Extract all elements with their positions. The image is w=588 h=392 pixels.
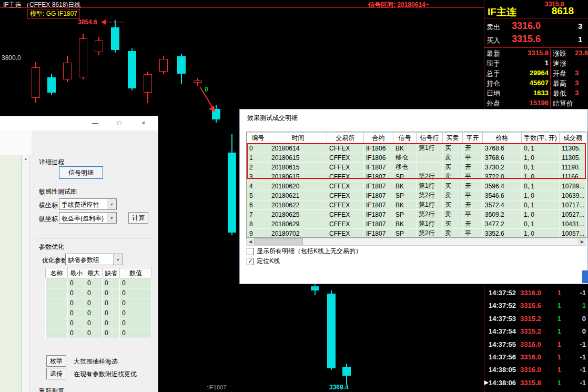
close-button[interactable]: ×: [139, 119, 148, 128]
ask-row[interactable]: 卖出 3316.0 3: [484, 20, 588, 33]
cell: 0, 1: [522, 219, 560, 229]
chevron-down-icon[interactable]: ▼: [107, 213, 116, 223]
optimize-param-label: 优化参数: [42, 256, 67, 265]
candle-body: [159, 59, 168, 72]
scroll-up-icon[interactable]: ▲: [22, 155, 29, 163]
cell: 3: [247, 172, 269, 182]
trade-row[interactable]: 120180615CFFEXIF1806移仓卖平3768.61, 011305.: [247, 153, 586, 163]
x-axis-select[interactable]: 手续费适应性 ▼: [59, 198, 117, 210]
cell: SP: [393, 172, 417, 182]
scroll-right-icon[interactable]: ▶: [578, 238, 586, 245]
checkbox-box[interactable]: [247, 248, 254, 255]
cell: CFFEX: [327, 182, 364, 191]
column-header[interactable]: 编号: [247, 133, 269, 144]
cell: 0: [120, 308, 152, 318]
param-row[interactable]: 0000: [46, 298, 152, 308]
cell: 10431...: [560, 219, 586, 229]
trade-row[interactable]: 020180614CFFEXIF1806BK第1行买开3768.60, 1113…: [247, 144, 586, 153]
param-group-select[interactable]: 缺省参数组 ▼: [65, 254, 123, 265]
tick-price: 3316.0: [520, 353, 541, 361]
column-header[interactable]: 手数(平, 开): [522, 133, 560, 144]
trade-row[interactable]: 920180702CFFEXIF1807SP第2行卖平3352.61, 0100…: [247, 229, 586, 238]
trade-row[interactable]: 520180621CFFEXIF1807SP第2行卖平3546.61, 0106…: [247, 191, 586, 200]
time-sales-row: ▶14:38:063315.81-1: [484, 377, 588, 390]
column-header[interactable]: 信号: [393, 133, 417, 144]
time-sales-row: 14:37:533315.210: [484, 313, 588, 326]
cell: IF1807: [364, 182, 393, 191]
side-list-panel[interactable]: [0, 155, 22, 392]
scrollbar-thumb[interactable]: [255, 238, 303, 245]
column-header[interactable]: 缺省: [103, 268, 120, 278]
dialog-title[interactable]: 效果测试成交明细: [247, 114, 298, 123]
trade-row[interactable]: 320180615CFFEXIF1807SP第2行卖平3722.01, 0111…: [247, 172, 586, 182]
calculate-button[interactable]: 计算: [128, 212, 148, 224]
parameter-table: 名称最小最大缺省数值 000000000000000000000000: [45, 268, 152, 338]
column-header[interactable]: 数值: [120, 268, 152, 278]
cell: 10527...: [560, 210, 586, 219]
quote-stat-row: 外盘15196结算价: [484, 99, 588, 109]
genetic-button[interactable]: 遗传: [46, 368, 66, 379]
stat-label: 速涨: [553, 59, 566, 68]
candle-body: [128, 51, 136, 88]
trade-row[interactable]: 220180615CFFEXIF1807移仓买开3730.20, 111190.: [247, 163, 586, 172]
vertical-scrollbar[interactable]: ▲: [22, 155, 30, 392]
cell: 第1行: [417, 182, 443, 191]
enumerate-button[interactable]: 枚举: [46, 355, 66, 367]
cell: 3509.2: [483, 210, 522, 219]
recalculate-label[interactable]: 重新测算: [39, 387, 64, 392]
scroll-left-icon[interactable]: ◀: [247, 238, 255, 245]
cell: BK: [393, 219, 417, 229]
param-dialog-titlebar[interactable]: — □ ×: [0, 116, 158, 130]
y-axis-select[interactable]: 收益率(盈利率) ▼: [59, 212, 117, 224]
param-row[interactable]: 0000: [46, 288, 152, 298]
column-header[interactable]: 最小: [68, 268, 85, 278]
chevron-down-icon[interactable]: ▼: [107, 199, 116, 209]
bid-row[interactable]: 买入 3315.6 1: [484, 33, 588, 46]
cell: 5: [247, 191, 269, 200]
stat-label: 现手: [486, 59, 500, 68]
locate-kline-checkbox[interactable]: ✓ 定位K线: [247, 257, 280, 266]
param-row[interactable]: 0000: [46, 308, 152, 318]
param-row[interactable]: 0000: [46, 278, 152, 288]
column-header[interactable]: 买卖: [443, 133, 463, 144]
cell: IF1807: [364, 191, 393, 200]
maximize-button[interactable]: □: [115, 119, 124, 128]
cell: 卖: [443, 172, 463, 182]
stat-value: 15196: [502, 99, 549, 107]
cell: [46, 328, 68, 338]
cell: 20180615: [269, 172, 327, 182]
column-header[interactable]: 时间: [269, 133, 327, 144]
trade-row[interactable]: 720180625CFFEXIF1807SP第2行卖平3509.21, 0105…: [247, 210, 586, 219]
cell: 0: [103, 288, 120, 298]
tick-time: 14:37:52: [489, 301, 516, 309]
cell: 20180614: [269, 144, 327, 153]
column-header[interactable]: 名称: [46, 268, 68, 278]
cell: IF1806: [364, 144, 393, 153]
column-header[interactable]: 价格: [483, 133, 522, 144]
model-label[interactable]: 模型: GG IF1807: [27, 9, 80, 19]
cell: 0: [120, 328, 152, 338]
tick-oi-change: -1: [580, 353, 586, 361]
trade-row[interactable]: 620180622CFFEXIF1807BK第1行买开3572.40, 1107…: [247, 200, 586, 210]
trade-row[interactable]: 820180629CFFEXIF1807BK第1行买开3477.20, 1104…: [247, 219, 586, 229]
cell: 移仓: [393, 153, 417, 163]
chevron-down-icon[interactable]: ▼: [113, 254, 123, 265]
param-row[interactable]: 0000: [46, 318, 152, 328]
cell: 6: [247, 200, 269, 210]
checkbox-box[interactable]: ✓: [247, 258, 254, 265]
confirm-button-partial[interactable]: [582, 270, 588, 283]
signal-detail-button[interactable]: 信号明细: [59, 166, 103, 179]
column-header[interactable]: 最大: [85, 268, 103, 278]
show-all-details-checkbox[interactable]: 显示所有明细（包括K线上无交易的）: [247, 247, 362, 256]
param-row[interactable]: 0000: [46, 328, 152, 338]
minimize-button[interactable]: —: [90, 119, 100, 128]
cell: 10057...: [560, 229, 586, 238]
trade-row[interactable]: 420180620CFFEXIF1807BK第1行买开3596.40, 1107…: [247, 182, 586, 191]
horizontal-scrollbar[interactable]: ◀ ▶: [246, 238, 586, 246]
column-header[interactable]: 交易所: [327, 133, 364, 144]
column-header[interactable]: 信号行: [417, 133, 443, 144]
column-header[interactable]: 平开: [463, 133, 483, 144]
column-header[interactable]: 成交额: [560, 133, 586, 144]
time-sales-row: 14:37:543315.210: [484, 326, 588, 338]
column-header[interactable]: 合约: [364, 133, 393, 144]
